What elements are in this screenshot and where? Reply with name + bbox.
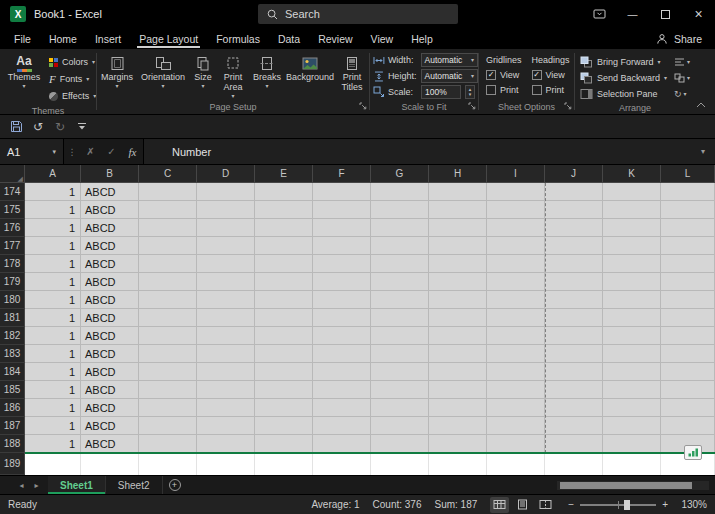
cell-B184[interactable]: ABCD <box>81 363 139 381</box>
cell-L178[interactable] <box>661 255 715 273</box>
cell-H188[interactable] <box>429 435 487 453</box>
cell-D180[interactable] <box>197 291 255 309</box>
themes-button[interactable]: Aa Themes ▾ <box>4 52 44 104</box>
cell-B177[interactable]: ABCD <box>81 237 139 255</box>
tab-page-layout[interactable]: Page Layout <box>130 28 207 49</box>
cell-D174[interactable] <box>197 183 255 201</box>
cell-F180[interactable] <box>313 291 371 309</box>
cell-K183[interactable] <box>603 345 661 363</box>
cell-E183[interactable] <box>255 345 313 363</box>
status-average[interactable]: Average: 1 <box>311 499 359 510</box>
row-header-176[interactable]: 176 <box>0 219 25 237</box>
margins-button[interactable]: Margins ▾ <box>97 52 137 100</box>
cell-H174[interactable] <box>429 183 487 201</box>
cell-K175[interactable] <box>603 201 661 219</box>
checkbox-headings-print[interactable] <box>532 85 542 95</box>
horizontal-scrollbar-thumb[interactable] <box>560 482 692 489</box>
cell-H180[interactable] <box>429 291 487 309</box>
status-sum[interactable]: Sum: 187 <box>435 499 478 510</box>
cell-B176[interactable]: ABCD <box>81 219 139 237</box>
group-objects-button[interactable]: ▾ <box>672 70 692 85</box>
sheet-tab-sheet1[interactable]: Sheet1 <box>48 476 106 494</box>
cell-E184[interactable] <box>255 363 313 381</box>
headings-print-option[interactable]: Print <box>532 82 570 97</box>
cell-L174[interactable] <box>661 183 715 201</box>
column-header-C[interactable]: C <box>139 165 197 183</box>
cell-G181[interactable] <box>371 309 429 327</box>
cell-K176[interactable] <box>603 219 661 237</box>
share-button[interactable]: Share <box>643 28 715 49</box>
row-header-180[interactable]: 180 <box>0 291 25 309</box>
cell-I175[interactable] <box>487 201 545 219</box>
cell-J184[interactable] <box>545 363 603 381</box>
cell-I183[interactable] <box>487 345 545 363</box>
cell-C179[interactable] <box>139 273 197 291</box>
row-header-187[interactable]: 187 <box>0 417 25 435</box>
cell-L177[interactable] <box>661 237 715 255</box>
cell-J188[interactable] <box>545 435 603 453</box>
maximize-button[interactable] <box>649 0 682 28</box>
cell-J189[interactable] <box>545 453 603 475</box>
cell-I185[interactable] <box>487 381 545 399</box>
cell-H181[interactable] <box>429 309 487 327</box>
cell-L182[interactable] <box>661 327 715 345</box>
cell-F186[interactable] <box>313 399 371 417</box>
cell-K185[interactable] <box>603 381 661 399</box>
print-titles-button[interactable]: Print Titles <box>335 52 369 100</box>
row-header-189[interactable]: 189 <box>0 453 25 475</box>
column-header-F[interactable]: F <box>313 165 371 183</box>
size-button[interactable]: Size ▾ <box>189 52 217 100</box>
cell-G176[interactable] <box>371 219 429 237</box>
cell-E175[interactable] <box>255 201 313 219</box>
cell-D178[interactable] <box>197 255 255 273</box>
cell-G175[interactable] <box>371 201 429 219</box>
cell-H177[interactable] <box>429 237 487 255</box>
scale-input[interactable]: 100% <box>421 85 461 99</box>
row-header-185[interactable]: 185 <box>0 381 25 399</box>
cell-D188[interactable] <box>197 435 255 453</box>
cell-G182[interactable] <box>371 327 429 345</box>
cell-H189[interactable] <box>429 453 487 475</box>
insert-function-button[interactable]: fx <box>122 139 143 164</box>
save-button[interactable] <box>5 117 27 137</box>
cell-L175[interactable] <box>661 201 715 219</box>
cell-I188[interactable] <box>487 435 545 453</box>
customize-qat-button[interactable] <box>71 117 93 137</box>
sheet-nav-left[interactable]: ◂ <box>14 476 29 494</box>
cell-K180[interactable] <box>603 291 661 309</box>
select-all-button[interactable]: ◢ <box>0 165 25 183</box>
cell-D177[interactable] <box>197 237 255 255</box>
cell-C188[interactable] <box>139 435 197 453</box>
cell-J183[interactable] <box>545 345 603 363</box>
cell-F181[interactable] <box>313 309 371 327</box>
cell-F183[interactable] <box>313 345 371 363</box>
dialog-launcher-icon[interactable] <box>359 102 367 110</box>
cell-H179[interactable] <box>429 273 487 291</box>
cell-C176[interactable] <box>139 219 197 237</box>
cell-I176[interactable] <box>487 219 545 237</box>
align-button[interactable]: ▾ <box>672 54 692 69</box>
cell-K178[interactable] <box>603 255 661 273</box>
scale-stepper[interactable]: ▴ ▾ <box>465 85 475 99</box>
selection-pane-button[interactable]: Selection Pane <box>580 86 667 101</box>
fonts-button[interactable]: F Fonts ▾ <box>44 71 101 87</box>
cell-E177[interactable] <box>255 237 313 255</box>
cell-C184[interactable] <box>139 363 197 381</box>
column-header-L[interactable]: L <box>661 165 715 183</box>
cell-E185[interactable] <box>255 381 313 399</box>
cell-I178[interactable] <box>487 255 545 273</box>
cell-K189[interactable] <box>603 453 661 475</box>
dialog-launcher-icon[interactable] <box>564 102 572 110</box>
cell-H175[interactable] <box>429 201 487 219</box>
cell-K187[interactable] <box>603 417 661 435</box>
cell-K174[interactable] <box>603 183 661 201</box>
cell-K177[interactable] <box>603 237 661 255</box>
cell-B179[interactable]: ABCD <box>81 273 139 291</box>
cell-F175[interactable] <box>313 201 371 219</box>
background-button[interactable]: Background <box>285 52 335 100</box>
cell-D189[interactable] <box>197 453 255 475</box>
tab-view[interactable]: View <box>362 28 403 49</box>
cell-C180[interactable] <box>139 291 197 309</box>
column-header-D[interactable]: D <box>197 165 255 183</box>
cell-I184[interactable] <box>487 363 545 381</box>
